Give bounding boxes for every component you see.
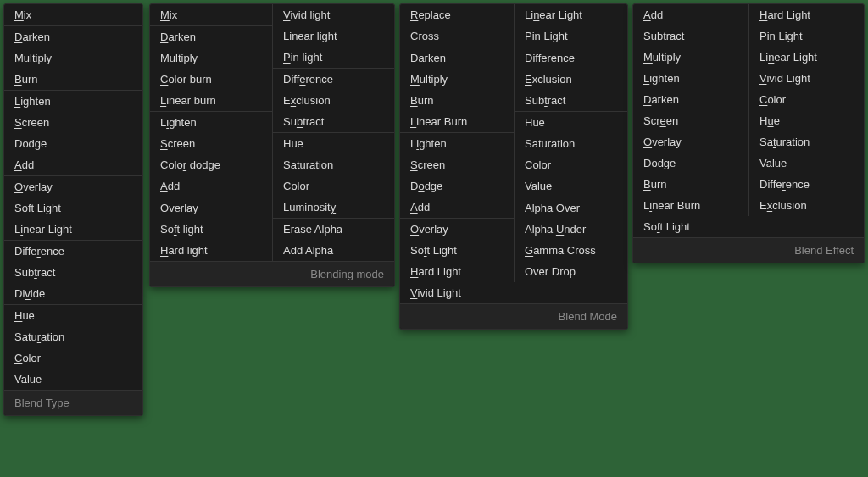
menu-item-mix[interactable]: Mix: [150, 4, 272, 25]
blending-mode-menu[interactable]: MixDarkenMultiplyColor burnLinear burnLi…: [149, 3, 395, 287]
menu-item-burn[interactable]: Burn: [4, 69, 142, 90]
menu-group: ReplaceCross: [400, 4, 514, 47]
menu-item-subtract[interactable]: Subtract: [4, 262, 142, 283]
menu-item-pin-light[interactable]: Pin Light: [515, 25, 627, 47]
menu-item-exclusion[interactable]: Exclusion: [273, 90, 394, 111]
menu-item-linear-light[interactable]: Linear light: [273, 25, 394, 47]
menu-item-color-burn[interactable]: Color burn: [150, 69, 272, 90]
menu-item-color[interactable]: Color: [749, 89, 864, 110]
menu-item-color[interactable]: Color: [273, 175, 394, 197]
menu-item-overlay[interactable]: Overlay: [400, 219, 514, 240]
menu-item-cross[interactable]: Cross: [400, 25, 514, 47]
menu-item-color[interactable]: Color: [4, 347, 142, 369]
menu-item-dodge[interactable]: Dodge: [4, 133, 142, 154]
menu-item-screen[interactable]: Screen: [400, 154, 514, 175]
blend-type-menu[interactable]: MixDarkenMultiplyBurnLightenScreenDodgeA…: [3, 3, 143, 416]
menu-item-hard-light[interactable]: Hard light: [150, 240, 272, 261]
menu-item-pin-light[interactable]: Pin Light: [749, 25, 864, 47]
menu-item-screen[interactable]: Screen: [4, 112, 142, 133]
menu-item-saturation[interactable]: Saturation: [4, 326, 142, 347]
menu-item-hue[interactable]: Hue: [4, 305, 142, 326]
menu-item-linear-burn[interactable]: Linear burn: [150, 90, 272, 111]
menu-item-subtract[interactable]: Subtract: [633, 25, 748, 47]
menu-item-mix[interactable]: Mix: [4, 4, 142, 25]
menu-item-vivid-light[interactable]: Vivid Light: [400, 282, 514, 303]
menu-item-alpha-over[interactable]: Alpha Over: [515, 197, 627, 219]
menu-item-value[interactable]: Value: [515, 175, 627, 197]
menu-item-soft-light[interactable]: Soft Light: [633, 216, 748, 237]
menu-item-linear-light[interactable]: Linear Light: [749, 47, 864, 68]
menu-item-add[interactable]: Add: [150, 175, 272, 197]
menu-item-hard-light[interactable]: Hard Light: [749, 4, 864, 25]
menu-item-darken[interactable]: Darken: [400, 47, 514, 69]
menu-item-linear-light[interactable]: Linear Light: [4, 219, 142, 240]
menu-group: LightenScreenColor dodgeAdd: [150, 112, 272, 197]
menu-item-add[interactable]: Add: [400, 197, 514, 218]
menu-group: HueSaturationColorLuminosity: [273, 133, 394, 219]
menu-item-gamma-cross[interactable]: Gamma Cross: [515, 240, 627, 261]
menu-item-multiply[interactable]: Multiply: [633, 47, 748, 68]
menu-item-alpha-under[interactable]: Alpha Under: [515, 219, 627, 240]
menu-item-color-dodge[interactable]: Color dodge: [150, 154, 272, 175]
menu-item-linear-burn[interactable]: Linear Burn: [400, 111, 514, 132]
menu-item-multiply[interactable]: Multiply: [4, 47, 142, 69]
menu-item-darken[interactable]: Darken: [633, 89, 748, 110]
menu-item-soft-light[interactable]: Soft light: [150, 219, 272, 240]
menu-item-exclusion[interactable]: Exclusion: [515, 69, 627, 90]
menu-group: LightenScreenDodgeAdd: [4, 91, 142, 176]
blend-effect-menu[interactable]: AddSubtractMultiplyLightenDarkenScreenOv…: [632, 3, 865, 263]
menu-item-overlay[interactable]: Overlay: [4, 176, 142, 197]
menu-item-linear-light[interactable]: Linear Light: [515, 4, 627, 25]
menu-item-subtract[interactable]: Subtract: [273, 111, 394, 132]
menu-item-overlay[interactable]: Overlay: [633, 131, 748, 153]
menu-item-pin-light[interactable]: Pin light: [273, 47, 394, 68]
menu-item-burn[interactable]: Burn: [400, 90, 514, 111]
menu-item-difference[interactable]: Difference: [273, 69, 394, 90]
menu-item-erase-alpha[interactable]: Erase Alpha: [273, 219, 394, 240]
menu-item-darken[interactable]: Darken: [150, 26, 272, 47]
menu-item-subtract[interactable]: Subtract: [515, 90, 627, 111]
menu-item-screen[interactable]: Screen: [150, 133, 272, 154]
menu-item-multiply[interactable]: Multiply: [400, 69, 514, 90]
menu-item-color[interactable]: Color: [515, 154, 627, 175]
menu-item-saturation[interactable]: Saturation: [515, 133, 627, 154]
menu-item-difference[interactable]: Difference: [4, 241, 142, 262]
menu-item-overlay[interactable]: Overlay: [150, 197, 272, 219]
menu-item-vivid-light[interactable]: Vivid light: [273, 4, 394, 25]
menu-item-divide[interactable]: Divide: [4, 283, 142, 304]
menu-item-add-alpha[interactable]: Add Alpha: [273, 240, 394, 261]
menu-item-hue[interactable]: Hue: [273, 133, 394, 154]
menu-item-vivid-light[interactable]: Vivid Light: [749, 68, 864, 89]
menu-item-exclusion[interactable]: Exclusion: [749, 195, 864, 216]
menu-item-difference[interactable]: Difference: [515, 47, 627, 69]
menu-item-saturation[interactable]: Saturation: [749, 131, 864, 153]
menu-item-soft-light[interactable]: Soft Light: [400, 240, 514, 261]
menu-item-add[interactable]: Add: [633, 4, 748, 25]
menu-item-over-drop[interactable]: Over Drop: [515, 261, 627, 282]
menu-item-lighten[interactable]: Lighten: [150, 112, 272, 133]
menu-item-saturation[interactable]: Saturation: [273, 154, 394, 175]
menu-item-linear-burn[interactable]: Linear Burn: [633, 195, 748, 216]
menu-item-screen[interactable]: Screen: [633, 110, 748, 131]
menu-item-burn[interactable]: Burn: [633, 174, 748, 195]
menu-item-replace[interactable]: Replace: [400, 4, 514, 25]
menu-item-value[interactable]: Value: [749, 153, 864, 174]
menu-item-soft-light[interactable]: Soft Light: [4, 197, 142, 219]
menu-item-multiply[interactable]: Multiply: [150, 47, 272, 69]
menu-item-dodge[interactable]: Dodge: [400, 175, 514, 197]
menu-item-dodge[interactable]: Dodge: [633, 153, 748, 174]
menu-item-luminosity[interactable]: Luminosity: [273, 197, 394, 218]
menu-item-lighten[interactable]: Lighten: [400, 133, 514, 154]
menu-item-hard-light[interactable]: Hard Light: [400, 261, 514, 282]
blend-mode-menu[interactable]: ReplaceCrossDarkenMultiplyBurnLinear Bur…: [399, 3, 628, 330]
menu-item-hue[interactable]: Hue: [749, 110, 864, 131]
menu-item-add[interactable]: Add: [4, 154, 142, 175]
menu-item-lighten[interactable]: Lighten: [633, 68, 748, 89]
menu-item-hue[interactable]: Hue: [515, 112, 627, 133]
menu-footer: Blending mode: [150, 261, 394, 286]
menu-item-lighten[interactable]: Lighten: [4, 91, 142, 112]
menu-item-difference[interactable]: Difference: [749, 174, 864, 195]
menu-group: HueSaturationColorValue: [4, 305, 142, 390]
menu-item-darken[interactable]: Darken: [4, 26, 142, 47]
menu-item-value[interactable]: Value: [4, 369, 142, 390]
